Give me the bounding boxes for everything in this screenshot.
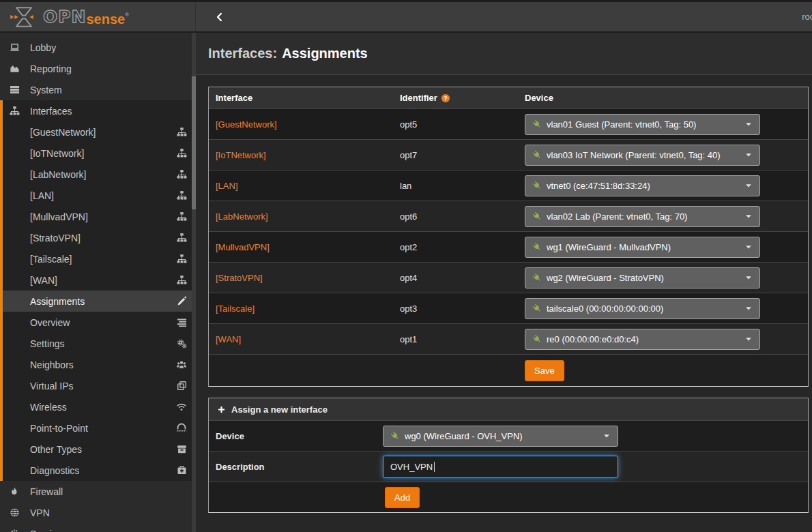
identifier-value: opt3 [393, 304, 519, 314]
new-interface-panel: Assign a new interface Device wg0 (WireG… [208, 398, 809, 513]
plug-icon [532, 150, 542, 160]
text-cursor [434, 462, 435, 472]
svg-text:?: ? [444, 95, 448, 102]
wifi-icon [176, 402, 187, 412]
device-select[interactable]: tailscale0 (00:00:00:00:00:00) [525, 298, 760, 319]
interface-link[interactable]: [MullvadVPN] [216, 242, 270, 252]
identifier-value: opt4 [393, 273, 519, 283]
cog-icon [10, 529, 22, 532]
sidebar-item-iotnetwork[interactable]: [IoTNetwork] [3, 143, 196, 164]
sidebar-item-services[interactable]: Services [0, 523, 196, 532]
top-navbar: OPN sense® roo [0, 0, 812, 33]
page-header: Interfaces: Assignments [196, 33, 812, 75]
plug-icon [390, 431, 400, 441]
assignments-table: Interface Identifier ? Device [GuestNetw… [208, 87, 809, 387]
assignment-row: [StratoVPN] opt4 wg2 (WireGuard - Strato… [209, 262, 808, 293]
sidebar-item-stratovpn[interactable]: [StratoVPN] [3, 227, 196, 248]
user-menu[interactable]: roo [802, 12, 812, 22]
interface-link[interactable]: [LAN] [216, 181, 238, 191]
sidebar-item-settings[interactable]: Settings [3, 333, 196, 354]
interface-link[interactable]: [Tailscale] [216, 304, 255, 314]
sidebar-item-labnetwork[interactable]: [LabNetwork] [3, 164, 196, 185]
table-header-row: Interface Identifier ? Device [209, 87, 808, 108]
device-select[interactable]: vlan01 Guest (Parent: vtnet0, Tag: 50) [525, 114, 760, 135]
sidebar-item-other-types[interactable]: Other Types [3, 439, 196, 460]
interface-link[interactable]: [LabNetwork] [216, 211, 268, 222]
chevron-left-icon [215, 12, 224, 23]
sidebar-item-virtual-ips[interactable]: Virtual IPs [3, 375, 196, 396]
interface-link[interactable]: [WAN] [216, 334, 241, 344]
gears-icon [177, 338, 187, 349]
sidebar-item-diagnostics[interactable]: Diagnostics [3, 460, 196, 481]
save-button[interactable]: Save [525, 360, 564, 381]
chart-area-icon [10, 63, 22, 74]
interface-link[interactable]: [IoTNetwork] [216, 150, 266, 160]
sitemap-icon [177, 190, 187, 201]
sidebar-item-label: Interfaces [30, 106, 72, 117]
sidebar-item-wan[interactable]: [WAN] [3, 269, 196, 291]
sidebar-item-label: [StratoVPN] [30, 233, 81, 243]
column-header-interface: Interface [209, 93, 393, 103]
identifier-value: opt6 [393, 211, 519, 222]
device-select[interactable]: vlan02 Lab (Parent: vtnet0, Tag: 70) [525, 206, 760, 227]
sidebar-item-label: Neighbors [30, 359, 74, 370]
device-select[interactable]: re0 (00:00:00:e0:d0:c4) [525, 329, 760, 350]
opnsense-logo[interactable]: OPN sense® [0, 2, 196, 31]
new-device-select[interactable]: wg0 (WireGuard - OVH_VPN) [383, 426, 618, 447]
caret-down-icon [744, 304, 753, 312]
description-input[interactable]: OVH_VPN [383, 456, 618, 478]
new-interface-actions-row: Add [209, 482, 808, 512]
list-icon [177, 317, 187, 327]
sidebar: Lobby Reporting System Interfaces [Guest… [0, 33, 196, 532]
device-select-value: vlan02 Lab (Parent: vtnet0, Tag: 70) [547, 211, 687, 222]
sidebar-item-system[interactable]: System [0, 79, 196, 100]
sidebar-item-label: Lobby [30, 42, 56, 53]
new-interface-device-row: Device wg0 (WireGuard - OVH_VPN) [209, 420, 808, 451]
plug-icon [532, 211, 542, 221]
sidebar-item-label: System [30, 85, 62, 95]
device-select-value: tailscale0 (00:00:00:00:00:00) [547, 304, 663, 314]
device-select[interactable]: vlan03 IoT Network (Parent: vtnet0, Tag:… [525, 145, 760, 166]
sidebar-item-interfaces[interactable]: Interfaces [3, 100, 196, 121]
sidebar-item-assignments[interactable]: Assignments [3, 291, 196, 312]
sidebar-scrollbar[interactable] [192, 76, 196, 209]
sidebar-item-lan[interactable]: [LAN] [3, 185, 196, 206]
medkit-icon [177, 465, 187, 475]
device-select[interactable]: wg1 (WireGuard - MullvadVPN) [525, 237, 760, 258]
sidebar-item-wireless[interactable]: Wireless [3, 396, 196, 417]
sidebar-item-lobby[interactable]: Lobby [0, 37, 196, 58]
device-select[interactable]: wg2 (WireGuard - StratoVPN) [525, 267, 760, 289]
interface-link[interactable]: [StratoVPN] [216, 273, 263, 283]
sidebar-item-vpn[interactable]: VPN [0, 502, 196, 523]
sidebar-item-overview[interactable]: Overview [3, 312, 196, 333]
main-content: Interfaces: Assignments Interface Identi… [196, 33, 812, 532]
sitemap-icon [177, 127, 187, 137]
question-circle-icon[interactable]: ? [441, 93, 450, 103]
plug-icon [532, 304, 542, 313]
sidebar-item-label: [MullvadVPN] [30, 211, 88, 222]
device-select-value: vlan01 Guest (Parent: vtnet0, Tag: 50) [547, 119, 696, 130]
sidebar-item-label: [IoTNetwork] [30, 148, 84, 159]
sidebar-item-point-to-point[interactable]: Point-to-Point [3, 417, 196, 439]
page-title-prefix: Interfaces: [208, 46, 277, 61]
sidebar-item-tailscale[interactable]: [Tailscale] [3, 248, 196, 269]
assignments-rows: [GuestNetwork] opt5 vlan01 Guest (Parent… [209, 108, 808, 354]
device-select[interactable]: vtnet0 (ce:47:51:8d:33:24) [525, 175, 760, 196]
add-button[interactable]: Add [385, 487, 420, 508]
sidebar-collapse-button[interactable] [215, 12, 224, 23]
identifier-value: opt1 [393, 334, 519, 344]
interface-link[interactable]: [GuestNetwork] [216, 119, 277, 130]
sidebar-item-guestnetwork[interactable]: [GuestNetwork] [3, 121, 196, 143]
sidebar-item-mullvadvpn[interactable]: [MullvadVPN] [3, 206, 196, 227]
assignment-row: [GuestNetwork] opt5 vlan01 Guest (Parent… [209, 108, 808, 139]
sidebar-item-reporting[interactable]: Reporting [0, 58, 196, 79]
new-interface-title: Assign a new interface [231, 404, 328, 415]
sidebar-item-firewall[interactable]: Firewall [0, 481, 196, 502]
plug-icon [532, 273, 542, 282]
table-footer-row: Save [209, 354, 808, 386]
sidebar-item-label: Firewall [30, 486, 63, 497]
sidebar-item-neighbors[interactable]: Neighbors [3, 354, 196, 375]
sidebar-scrollbar-track [192, 33, 196, 532]
assignment-row: [LabNetwork] opt6 vlan02 Lab (Parent: vt… [209, 201, 808, 231]
assignment-row: [Tailscale] opt3 tailscale0 (00:00:00:00… [209, 293, 808, 323]
